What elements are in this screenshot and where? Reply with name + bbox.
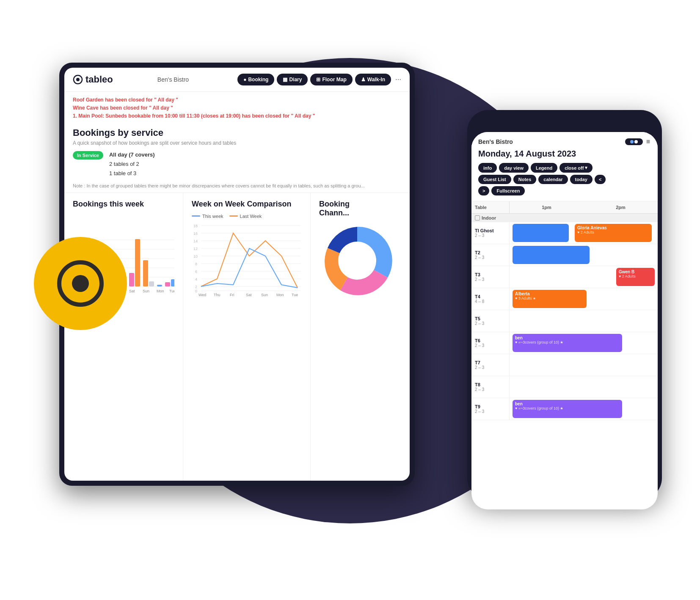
phone-top-bar: Ben's Bistro ≡ Monday, 14 August 2023 in… [471,132,658,201]
table-name-ti-ghost: TI Ghost [475,228,506,233]
table-name-t6: T6 [475,338,506,343]
timeline-t4: Alberta ♥ 3 Adults [510,288,658,310]
notes-button[interactable]: Notes [513,175,537,184]
table-row: T7 2 – 3 [471,354,658,376]
svg-text:Tue: Tue [292,293,298,296]
bookings-week-title: Bookings this week [73,200,174,209]
table-info-t6: T6 2 – 3 [471,332,510,354]
booking-detail-gloria: ♥ 2 Adults [577,230,649,234]
col-1pm-header: 1pm [510,201,584,213]
this-week-dot [192,215,200,217]
svg-rect-16 [129,273,134,286]
hamburger-icon[interactable]: ≡ [646,138,651,146]
phone-toggle[interactable] [625,138,643,145]
table-name-t2: T2 [475,250,506,255]
booking-block-alberta[interactable]: Alberta ♥ 3 Adults [513,290,587,308]
phone-date: Monday, 14 August 2023 [478,149,651,159]
scene: tableo Ben's Bistro ● Booking ▦ Diary ⊞ [0,0,700,600]
timeline-t5 [510,310,658,332]
more-icon[interactable]: ⋯ [395,76,401,83]
booking-name-ben-t6: ben [515,336,620,340]
timeline-t2 [510,244,658,266]
schedule-header: Table 1pm 2pm [471,201,658,214]
table-name-t9: T9 [475,404,506,409]
today-button[interactable]: today [570,175,593,184]
guest-list-button[interactable]: Guest List [478,175,511,184]
phone-venue-name: Ben's Bistro [478,138,513,145]
svg-text:Fri: Fri [230,293,234,296]
donut-chart-svg [319,223,395,299]
svg-text:0: 0 [195,289,197,293]
table-info-ti-ghost: TI Ghost 2 – 3 [471,222,510,244]
booking-block-t2[interactable] [513,246,590,264]
legend-button[interactable]: Legend [531,163,557,173]
table-row: T4 4 – 8 Alberta ♥ 3 Adults [471,288,658,310]
phone-screen: Ben's Bistro ≡ Monday, 14 August 2023 in… [471,132,658,509]
svg-text:18: 18 [193,224,198,228]
all-day-label: All day (7 covers) [109,150,155,160]
service-row: In Service All day (7 covers) 2 tables o… [73,150,401,178]
table-info-t9: T9 2 – 3 [471,398,510,420]
phone-btn-row-2: Guest List Notes calendar today < [478,175,651,184]
calendar-button[interactable]: calendar [538,175,568,184]
booking-block-gloria[interactable]: Gloria Anievas ♥ 2 Adults [575,224,652,242]
booking-name-gloria: Gloria Anievas [577,226,649,230]
nav-booking-button[interactable]: ● Booking [237,74,274,85]
booking-block-ben-t6[interactable]: ben ♥ =~3covers (group of 10) ★ [513,334,622,352]
logo-icon [73,74,83,85]
table-name-t3: T3 [475,272,506,277]
svg-text:8: 8 [195,262,197,266]
booking-channel-chart-panel: BookingChann... [311,193,410,481]
table-name-t8: T8 [475,382,506,387]
svg-text:16: 16 [193,231,198,236]
booking-block-ti-ghost-1[interactable] [513,224,569,242]
table-caps-t8: 2 – 3 [475,387,506,392]
nav-walkin-button[interactable]: ♟ Walk-In [355,74,391,85]
phone-notch [531,116,598,129]
prev-button[interactable]: < [595,175,606,184]
booking-icon: ● [243,77,246,83]
diary-icon: ▦ [283,77,287,83]
table-row: T6 2 – 3 ben ♥ =~3covers (group of 10) ★ [471,332,658,354]
booking-detail-ben-t6: ♥ =~3covers (group of 10) ★ [515,340,620,344]
next-button[interactable]: > [478,186,489,195]
svg-point-1 [76,78,80,81]
table-row: T9 2 – 3 ben ♥ =~3covers (group of 10) ★ [471,398,658,420]
svg-rect-19 [149,281,154,286]
table-caps-t9: 2 – 3 [475,409,506,414]
table-caps-t5: 2 – 3 [475,321,506,326]
svg-text:Mon: Mon [157,289,164,293]
booking-block-ben-t9[interactable]: ben ♥ =~3covers (group of 10) ★ [513,400,622,418]
schedule-body: TI Ghost 2 – 3 Gloria Anievas ♥ 2 Adults [471,222,658,509]
phone-btn-row-1: info day view Legend close off ▾ [478,163,651,173]
day-view-button[interactable]: day view [499,163,529,173]
info-button[interactable]: info [478,163,497,173]
table-caps-t3: 2 – 3 [475,277,506,282]
indoor-section-label: Indoor [471,214,658,222]
table-info-t2: T2 2 – 3 [471,244,510,266]
indoor-checkbox[interactable] [475,215,480,220]
charts-row: Bookings this week 0 2 [64,193,410,481]
tablet-header: tableo Ben's Bistro ● Booking ▦ Diary ⊞ [64,68,410,92]
booking-detail-gwen: ♥ 2 Adults [619,274,652,278]
table-info-t4: T4 4 – 8 [471,288,510,310]
nav-floormap-button[interactable]: ⊞ Floor Map [310,74,352,85]
header-venue: Ben's Bistro [117,76,233,83]
phone-btn-row-3: > Fullscreen [478,186,651,195]
close-off-button[interactable]: close off ▾ [559,163,593,173]
bookings-by-service-title: Bookings by service [73,127,401,138]
svg-text:12: 12 [193,247,198,251]
nav-diary-button[interactable]: ▦ Diary [277,74,308,85]
svg-text:Wed: Wed [198,293,206,296]
svg-rect-18 [143,260,148,286]
booking-block-gwen[interactable]: Gwen B ♥ 2 Adults [616,268,655,286]
timeline-t6: ben ♥ =~3covers (group of 10) ★ [510,332,658,354]
table-name-t7: T7 [475,360,506,365]
svg-text:Sun: Sun [143,289,149,293]
legend-last-week: Last Week [229,214,262,219]
table-name-t5: T5 [475,316,506,321]
fullscreen-button[interactable]: Fullscreen [491,186,525,195]
phone-venue-row: Ben's Bistro ≡ [478,138,651,146]
floormap-icon: ⊞ [316,77,320,83]
dropdown-arrow-icon: ▾ [585,165,587,171]
